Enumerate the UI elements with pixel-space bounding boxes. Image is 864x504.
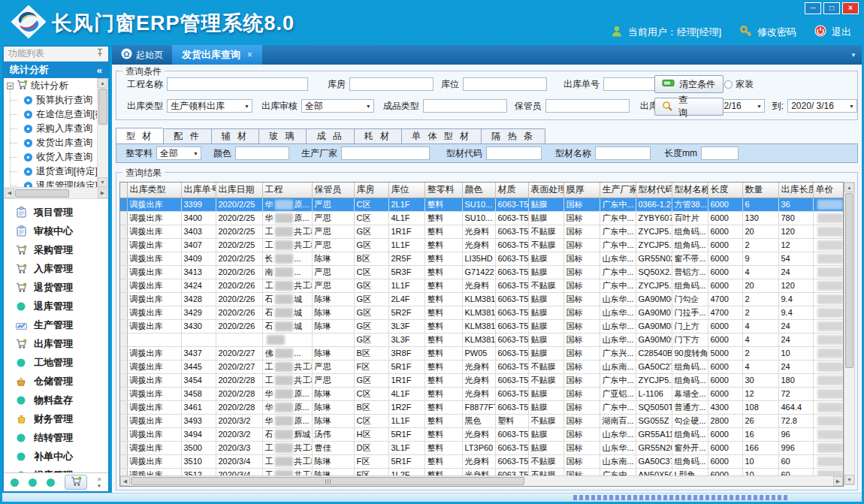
nav-cart-button[interactable] — [65, 475, 87, 490]
scroll-left-icon[interactable]: ◀ — [120, 476, 130, 486]
material-tab[interactable]: 型 材 — [116, 128, 163, 144]
material-tab[interactable]: 耗 材 — [354, 128, 401, 144]
sidebar-item-退库管理[interactable]: 退库管理 — [4, 297, 108, 315]
table-row[interactable]: 调拨出库34372020/2/27佛...陈琳B区3R8F整料PW056063-… — [120, 346, 844, 360]
clear-conditions-button[interactable]: 清空条件 — [654, 75, 724, 93]
column-header[interactable]: 整零料 — [424, 183, 462, 198]
column-header[interactable]: 数量 — [742, 183, 778, 198]
table-row[interactable]: 调拨出库34002020/2/25华原...严思C区4L1F整料SU10...6… — [120, 211, 844, 225]
sidebar-item-入库管理[interactable]: 入库管理 — [4, 259, 108, 278]
scroll-left-icon[interactable]: ◀ — [5, 189, 14, 198]
nav-overflow-dot-icon[interactable] — [47, 478, 55, 487]
nav-overflow-dot-icon[interactable] — [11, 478, 19, 487]
logout-button[interactable]: 退出 — [832, 26, 851, 39]
column-header[interactable]: 长度 — [708, 183, 742, 198]
column-header[interactable]: 库房 — [354, 183, 388, 198]
sidebar-item-生产管理[interactable]: 生产管理 — [4, 315, 108, 334]
manufacturer-input[interactable] — [341, 146, 430, 160]
table-row[interactable]: 调拨出库34282020/2/26石城陈琳G区2L4F整料KLM38176063… — [120, 292, 844, 306]
column-header[interactable]: 保管员 — [312, 183, 354, 198]
column-header[interactable]: 库位 — [388, 183, 424, 198]
column-header[interactable]: 表面处理 — [528, 183, 563, 198]
scroll-down-icon[interactable]: ▼ — [98, 177, 107, 187]
scroll-up-icon[interactable]: ▲ — [98, 78, 107, 88]
table-row[interactable]: 调拨出库34302020/2/26石城陈琳G区3L3F整料KLM38176063… — [120, 319, 844, 333]
tab-close-icon[interactable]: × — [247, 50, 252, 60]
date-to-picker[interactable]: 2020/ 3/16▼ — [787, 99, 857, 113]
sidebar-item-财务管理[interactable]: 财务管理 — [4, 409, 108, 428]
scroll-right-icon[interactable]: ▶ — [833, 476, 843, 486]
table-row[interactable]: 调拨出库34942020/3/2石辉城汤伟H区5R1F整料光身料6063-T5贴… — [120, 427, 844, 441]
scrollbar-thumb[interactable] — [845, 193, 853, 368]
table-row[interactable]: 调拨出库34542020/2/28工共工程严思G区1R1F整料光身料6063-T… — [120, 373, 844, 387]
scroll-up-icon[interactable]: ▲ — [844, 183, 854, 192]
profile-name-input[interactable] — [595, 146, 651, 160]
column-header[interactable]: 生产厂家 — [600, 183, 636, 198]
scrollbar-thumb[interactable] — [131, 477, 524, 485]
table-row[interactable]: 调拨出库34242020/2/26工共工程严思G区1L1F整料光身料6063-T… — [120, 279, 844, 292]
part-select[interactable]: 全部▼ — [156, 146, 201, 160]
warehouse-input[interactable] — [349, 77, 434, 91]
column-header[interactable]: 出库单号 — [181, 183, 216, 198]
material-tab[interactable]: 隔 热 条 — [481, 128, 545, 144]
nav-overflow-chevron[interactable]: »▼ — [97, 476, 101, 489]
material-tab[interactable]: 配 件 — [163, 128, 210, 144]
column-header[interactable]: 出库日期 — [216, 183, 262, 198]
tree-item[interactable]: 采购入库查询 — [4, 122, 97, 136]
material-tab[interactable]: 辅 材 — [211, 128, 258, 144]
change-password-button[interactable]: 修改密码 — [757, 26, 796, 39]
sidebar-item-报废管理[interactable]: 报废管理 — [4, 466, 108, 472]
sidebar-item-采购管理[interactable]: 采购管理 — [4, 240, 108, 259]
sidebar-item-工地管理[interactable]: 工地管理 — [4, 353, 108, 372]
tree-item[interactable]: 发货出库查询 — [4, 136, 97, 150]
search-button[interactable]: 查 询 — [654, 98, 724, 116]
table-row[interactable]: 调拨出库34292020/2/26石城陈琳G区5R2F整料KLM38176063… — [120, 306, 844, 319]
sidebar-item-仓储管理[interactable]: 仓储管理 — [4, 372, 108, 391]
column-header[interactable]: 出库类型 — [127, 183, 181, 198]
home-decor-radio[interactable] — [724, 80, 733, 89]
tree-item[interactable]: 在途信息查询[待 — [4, 107, 97, 122]
scroll-right-icon[interactable]: ▶ — [98, 189, 107, 198]
audit-select[interactable]: 全部▼ — [301, 99, 374, 113]
close-button[interactable]: × — [842, 2, 859, 14]
table-row[interactable]: 调拨出库34452020/2/27工共工程严思F区5R1F整料光身料6063-T… — [120, 360, 844, 373]
pin-icon[interactable] — [96, 48, 104, 59]
length-input[interactable] — [701, 146, 739, 160]
table-row[interactable]: 调拨出库35102020/3/4工共工程陈琳F区5R1F整料光身料6063-T5… — [120, 454, 844, 468]
column-header[interactable]: 膜厚 — [563, 183, 600, 198]
table-row[interactable]: 调拨出库34932020/3/2华原...陈琳C区1L1F整料黑色塑料不贴膜国标… — [120, 414, 844, 427]
keeper-input[interactable] — [545, 99, 630, 113]
scrollbar-thumb[interactable] — [98, 89, 107, 125]
scroll-down-icon[interactable]: ▼ — [844, 475, 854, 484]
material-tab[interactable]: 成 品 — [306, 128, 353, 144]
tree-item[interactable]: 收货入库查询 — [4, 150, 97, 164]
minimize-button[interactable]: ─ — [805, 2, 821, 14]
sidebar-item-物料盘存[interactable]: 物料盘存 — [4, 391, 108, 409]
location-input[interactable] — [463, 77, 547, 91]
sidebar-item-出库管理[interactable]: 出库管理 — [4, 334, 108, 353]
sidebar-item-补单中心[interactable]: 补单中心 — [4, 447, 108, 466]
material-tab[interactable]: 单 体 型 材 — [401, 128, 481, 144]
maximize-button[interactable]: □ — [823, 2, 840, 14]
material-tab[interactable]: 玻 璃 — [258, 128, 306, 144]
profile-code-input[interactable] — [486, 146, 542, 160]
column-header[interactable]: 材质 — [495, 183, 528, 198]
scrollbar-thumb[interactable] — [15, 189, 69, 198]
tab-overflow-dropdown-icon[interactable]: ▼ — [850, 52, 856, 59]
color-input[interactable] — [235, 146, 289, 160]
table-row[interactable]: 调拨出库34072020/2/25工共工程严思G区1L1F整料光身料6063-T… — [120, 238, 844, 252]
column-header[interactable]: 工程 — [262, 183, 312, 198]
table-row[interactable]: 调拨出库34132020/2/26南...严思C区5R3F整料G71422606… — [120, 265, 844, 279]
table-row[interactable]: 调拨出库34612020/2/28华原...陈琳B区1R2F整料F8877FT6… — [120, 400, 844, 414]
grid-vertical-scrollbar[interactable]: ▲ ▼ — [844, 182, 855, 485]
tree-item[interactable]: 退货查询[待定] — [4, 164, 97, 179]
sidebar-item-项目管理[interactable]: 项目管理 — [4, 203, 108, 222]
table-row[interactable]: 调拨出库33992020/2/25华原...严思C区2L1F整料SU10...6… — [120, 198, 844, 211]
sidebar-item-审核中心[interactable]: 审核中心 — [4, 222, 108, 240]
row-selector-header[interactable] — [120, 183, 127, 198]
collapse-icon[interactable]: « — [97, 65, 102, 76]
column-header[interactable]: 单价 — [813, 183, 844, 198]
column-header[interactable]: 型材名称 — [672, 183, 708, 198]
out-type-select[interactable]: 生产领料出库▼ — [167, 99, 252, 113]
grid-horizontal-scrollbar[interactable]: ◀ ▶ — [120, 475, 843, 486]
